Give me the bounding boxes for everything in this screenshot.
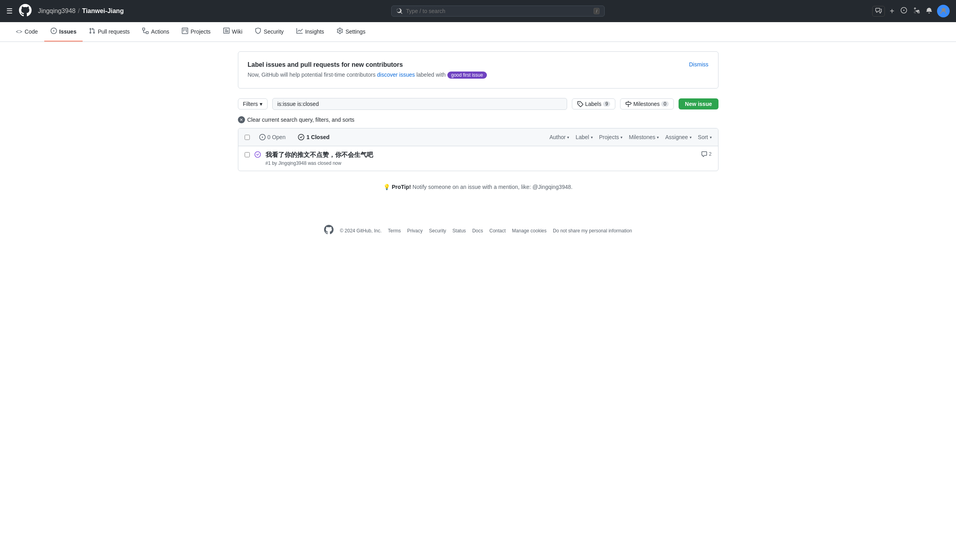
closed-tab[interactable]: 1 Closed: [295, 132, 332, 142]
issues-table: 0 Open 1 Closed Author ▾ Label ▾ Project…: [238, 128, 718, 171]
author-chevron-icon: ▾: [567, 135, 569, 140]
nav-security[interactable]: Security: [249, 22, 290, 41]
issue-title-link[interactable]: 我看了你的推文不点赞，你不会生气吧: [266, 151, 373, 158]
issue-author-link[interactable]: Jingqing3948: [278, 160, 306, 166]
nav-code[interactable]: <> Code: [9, 23, 44, 41]
protip-section: 💡 ProTip! Notify someone on an issue wit…: [238, 171, 718, 203]
footer-manage-cookies[interactable]: Manage cookies: [512, 228, 547, 234]
issues-search-input[interactable]: [272, 98, 568, 110]
discover-issues-link[interactable]: discover issues: [377, 72, 415, 78]
projects-chevron-icon: ▾: [620, 135, 622, 140]
footer-privacy[interactable]: Privacy: [407, 228, 422, 234]
clear-filter-icon[interactable]: ✕: [238, 116, 245, 123]
nav-actions-label: Actions: [151, 28, 169, 35]
issue-closed-text: was closed now: [308, 160, 341, 166]
slash-shortcut: /: [594, 8, 600, 14]
protip-prefix: ProTip!: [392, 184, 411, 190]
author-filter[interactable]: Author ▾: [549, 134, 569, 140]
label-filter-label: Label: [575, 134, 589, 140]
owner-link[interactable]: Jingqing3948: [38, 8, 75, 15]
issues-toolbar: Filters ▾ Labels 9 Milestones 0 New issu…: [238, 98, 718, 110]
repo-name[interactable]: Tianwei-Jiang: [82, 8, 124, 15]
labels-count-badge: 9: [603, 101, 611, 107]
wiki-icon: [223, 28, 230, 35]
nav-insights[interactable]: Insights: [290, 22, 330, 41]
search-box[interactable]: /: [391, 6, 605, 17]
footer-security[interactable]: Security: [429, 228, 446, 234]
hamburger-button[interactable]: ☰: [6, 7, 13, 15]
repo-nav: <> Code Issues Pull requests Actions Pro…: [0, 22, 956, 42]
nav-actions[interactable]: Actions: [136, 22, 175, 41]
open-tab-label: 0 Open: [268, 134, 286, 140]
label-chevron-icon: ▾: [591, 135, 593, 140]
main-content: Label issues and pull requests for new c…: [225, 42, 731, 212]
filters-button[interactable]: Filters ▾: [238, 98, 268, 109]
code-icon: <>: [16, 28, 22, 35]
sort-filter[interactable]: Sort ▾: [698, 134, 712, 140]
labels-button[interactable]: Labels 9: [572, 98, 615, 109]
nav-issues[interactable]: Issues: [44, 22, 83, 41]
issue-closed-icon: [255, 151, 261, 160]
footer-status[interactable]: Status: [453, 228, 466, 234]
milestones-count-badge: 0: [661, 101, 669, 107]
nav-settings[interactable]: Settings: [330, 22, 372, 41]
footer-docs[interactable]: Docs: [472, 228, 483, 234]
milestones-chevron-icon: ▾: [657, 135, 659, 140]
nav-code-label: Code: [25, 28, 38, 35]
milestones-filter[interactable]: Milestones ▾: [629, 134, 659, 140]
milestones-button[interactable]: Milestones 0: [620, 98, 674, 109]
sort-chevron-icon: ▾: [710, 135, 712, 140]
issues-table-header: 0 Open 1 Closed Author ▾ Label ▾ Project…: [238, 128, 718, 146]
assignee-filter[interactable]: Assignee ▾: [665, 134, 692, 140]
github-logo[interactable]: [19, 4, 32, 19]
filters-label: Filters: [243, 101, 258, 107]
footer-contact[interactable]: Contact: [489, 228, 505, 234]
footer-terms[interactable]: Terms: [388, 228, 401, 234]
search-input[interactable]: [406, 8, 590, 14]
pull-requests-button[interactable]: [912, 6, 921, 17]
projects-filter[interactable]: Projects ▾: [599, 134, 623, 140]
search-area: /: [130, 6, 866, 17]
label-filter[interactable]: Label ▾: [575, 134, 592, 140]
nav-security-label: Security: [264, 28, 284, 35]
issue-checkbox[interactable]: [245, 152, 250, 157]
issues-icon: [51, 28, 57, 35]
dismiss-button[interactable]: Dismiss: [689, 61, 709, 68]
issue-comment-link[interactable]: 2: [701, 151, 712, 157]
assignee-chevron-icon: ▾: [690, 135, 692, 140]
select-all-checkbox[interactable]: [245, 135, 250, 140]
footer-no-share[interactable]: Do not share my personal information: [553, 228, 632, 234]
nav-wiki-label: Wiki: [232, 28, 242, 35]
nav-pull-requests[interactable]: Pull requests: [83, 22, 136, 41]
nav-projects[interactable]: Projects: [175, 22, 217, 41]
breadcrumb-separator: /: [78, 8, 79, 15]
issue-content: 我看了你的推文不点赞，你不会生气吧 #1 by Jingqing3948 was…: [266, 151, 696, 166]
create-button[interactable]: +: [888, 5, 896, 17]
issues-button[interactable]: [899, 6, 909, 17]
pull-requests-icon: [89, 28, 95, 35]
table-row: 我看了你的推文不点赞，你不会生气吧 #1 by Jingqing3948 was…: [238, 146, 718, 171]
issues-header-right: Author ▾ Label ▾ Projects ▾ Milestones ▾…: [549, 134, 711, 140]
notifications-button[interactable]: [924, 6, 934, 17]
sort-filter-label: Sort: [698, 134, 708, 140]
milestones-filter-label: Milestones: [629, 134, 655, 140]
open-tab[interactable]: 0 Open: [256, 132, 289, 142]
banner-text-area: Label issues and pull requests for new c…: [248, 61, 487, 79]
security-icon: [255, 28, 261, 35]
avatar[interactable]: [937, 5, 950, 17]
milestones-label: Milestones: [633, 101, 660, 107]
projects-filter-label: Projects: [599, 134, 619, 140]
settings-icon: [337, 28, 343, 35]
contributor-banner: Label issues and pull requests for new c…: [238, 51, 718, 89]
closed-tab-label: 1 Closed: [306, 134, 329, 140]
actions-icon: [142, 28, 149, 35]
command-palette-button[interactable]: [872, 6, 885, 17]
clear-filter-label[interactable]: Clear current search query, filters, and…: [247, 117, 354, 123]
issue-right: 2: [701, 151, 712, 157]
banner-title: Label issues and pull requests for new c…: [248, 61, 487, 68]
insights-icon: [296, 28, 303, 35]
nav-wiki[interactable]: Wiki: [217, 22, 249, 41]
new-issue-button[interactable]: New issue: [679, 98, 718, 109]
comment-count-number: 2: [709, 151, 712, 157]
banner-description: Now, GitHub will help potential first-ti…: [248, 72, 487, 79]
